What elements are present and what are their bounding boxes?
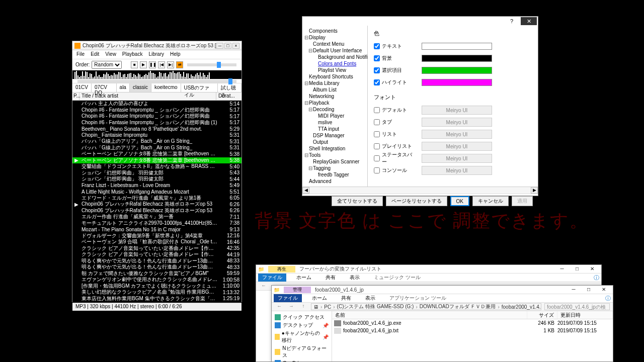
tree-item[interactable]: ⊟Media Library: [302, 80, 367, 86]
font-checkbox-label[interactable]: コンソール: [374, 167, 417, 174]
tab-4[interactable]: koeitecmo: [151, 83, 181, 92]
file-list[interactable]: 名前 サイズ 更新日時 foobar2000_v1.4.6_jp.exe246 …: [332, 311, 613, 361]
breadcrumb[interactable]: 🖥›PC›(C)システム 特殊 GAME-SSD (G:)›DOWNLOADフォ…: [311, 303, 541, 310]
tab-1[interactable]: 07CV DQ: [92, 83, 117, 92]
maximize-button[interactable]: □: [570, 265, 584, 273]
track-row[interactable]: 朝 カフェで聞きたい優雅なクラシック音楽"ピアノBGM"59:59: [72, 270, 242, 277]
scroll-left-icon[interactable]: ◀: [302, 187, 309, 194]
menu-edit[interactable]: Edit: [91, 51, 99, 58]
help-button[interactable]: ?: [504, 17, 520, 25]
random-button[interactable]: ⇄: [176, 61, 183, 68]
close-button[interactable]: ✕: [585, 265, 599, 273]
expand-icon[interactable]: ⊟: [308, 165, 313, 171]
track-row[interactable]: 交響組曲「ドラゴンクエストII」遥かなる旅路～ BRASS EXCEED TO.…: [72, 163, 242, 170]
help-icon[interactable]: ⓘ: [594, 274, 599, 282]
chevron-right-icon[interactable]: ›: [320, 304, 322, 310]
chevron-right-icon[interactable]: ›: [498, 304, 499, 310]
tree-item[interactable]: freedb Tagger: [302, 171, 367, 178]
ribbon-tab[interactable]: ファイル: [258, 274, 286, 282]
track-row[interactable]: Chopin06 プレハッチRafal Blechacz 英雄ポロネーズop 5…: [72, 208, 242, 214]
chevron-right-icon[interactable]: ›: [416, 304, 417, 310]
color-checkbox[interactable]: [374, 79, 380, 85]
color-checkbox[interactable]: [374, 55, 380, 61]
tree-item[interactable]: TTA input: [302, 126, 367, 132]
track-row[interactable]: エルガー作曲 行進曲「威風堂々」第一番7:11: [72, 214, 242, 220]
maximize-button[interactable]: □: [582, 286, 596, 293]
minimize-button[interactable]: ─: [216, 43, 223, 49]
tree-item[interactable]: Playlist View: [302, 67, 367, 73]
tree-item[interactable]: ⊟Playback: [302, 100, 367, 106]
tree-item[interactable]: Components: [302, 28, 367, 34]
tree-item[interactable]: Advanced: [302, 178, 367, 185]
tree-item[interactable]: ⊟Display: [302, 34, 367, 41]
pref-tree[interactable]: Components⊟DisplayContext Menu⊟Default U…: [302, 26, 368, 187]
file-row[interactable]: foobar2000_v1.4.6_jp.exe246 KB2019/07/09…: [332, 319, 613, 327]
tree-item[interactable]: ⊟Decoding: [302, 106, 367, 113]
nav-pane[interactable]: クイック アクセスデスクトップ📌●キャノンからの移行📌NビディアＧフォースOne…: [272, 311, 332, 361]
font-checkbox[interactable]: [374, 131, 380, 137]
tree-item[interactable]: ReplayGain Scanner: [302, 158, 367, 165]
ribbon-tab[interactable]: 共有: [321, 274, 340, 282]
pref-titlebar[interactable]: ? ✕: [302, 17, 538, 26]
font-checkbox[interactable]: [374, 167, 380, 173]
menu-view[interactable]: View: [105, 51, 116, 58]
ribbon-tab[interactable]: ファイル: [274, 294, 302, 302]
track-row[interactable]: バッハ「G線上のアリア」Bach _Air on G String_5:31: [72, 138, 242, 145]
cancel-button[interactable]: キャンセル: [472, 196, 509, 206]
track-row[interactable]: ▶ベートーベン ピアノソナタ8番 悲愴第二楽章 [beethoven Piano…: [72, 157, 242, 164]
titlebar[interactable]: 📁 再生 フーバーからの変換ファイル-リスト ─ □ ✕: [256, 265, 601, 274]
color-checkbox-label[interactable]: テキスト: [374, 43, 417, 50]
nav-item[interactable]: OneDrive: [274, 359, 330, 362]
tree-item[interactable]: ⊟Default User Interface: [302, 47, 367, 54]
track-row[interactable]: ショパン「幻想即興曲」 羽田健太郎5:44: [72, 176, 242, 183]
font-checkbox[interactable]: [374, 119, 380, 125]
ribbon-tab[interactable]: 共有: [337, 294, 355, 302]
h-scrollbar[interactable]: ◀ ▶: [302, 187, 538, 194]
track-row[interactable]: 明るく爽やかで元気が出る！色んな行進曲メドレー13曲【作業用】48:33: [72, 258, 242, 264]
crumb[interactable]: PC: [324, 304, 331, 310]
column-header[interactable]: P... Title / track artist Durat...: [72, 93, 242, 101]
track-row[interactable]: モーチュアルト アニクライネ29970-1000fps_44100Hz(854x…: [72, 220, 242, 227]
titlebar[interactable]: Chopin06 プレハッチRafal Blechacz 英雄ポロネーズop 5…: [72, 41, 242, 50]
track-row[interactable]: クラシック ピアノ音楽知っていたい定番曲メドレー【作業用・勉強用BG...44:…: [72, 251, 242, 258]
play-button[interactable]: ▶: [140, 61, 147, 68]
tree-item[interactable]: ⊟Tagging: [302, 165, 367, 171]
track-row[interactable]: ドヴォルザーク：交響曲第9番「新世界より」第4楽章12:16: [72, 233, 242, 239]
maximize-button[interactable]: □: [224, 43, 231, 49]
ribbon-tab[interactable]: アプリケーション ツール: [385, 294, 450, 302]
track-row[interactable]: 東本店仕入無料作業用BGM 集中できるクラシック音楽「ライフミュージ...1:2…: [72, 296, 242, 302]
nav-item[interactable]: NビディアＧフォース: [274, 344, 330, 359]
font-checkbox[interactable]: [374, 107, 380, 113]
font-checkbox-label[interactable]: タブ: [374, 119, 417, 126]
ok-button[interactable]: OK: [450, 196, 469, 206]
context-tab[interactable]: 管理: [284, 287, 311, 293]
track-row[interactable]: バッハ「G線上のアリア」Bach _Air on G String_5:31: [72, 145, 242, 151]
next-button[interactable]: ▶|: [167, 61, 174, 68]
tab-5[interactable]: USBのファイル: [181, 83, 218, 92]
font-select-button[interactable]: Meiryo UI: [422, 142, 492, 151]
col-duration[interactable]: Durat...: [216, 93, 242, 100]
menu-library[interactable]: Library: [148, 51, 164, 58]
track-row[interactable]: ベートーベン ピアノソナタ8番 悲愴第二楽章 [beethoven Piano.…: [72, 151, 242, 157]
menu-help[interactable]: Help: [170, 51, 181, 58]
track-row[interactable]: Chopin #6 - Fantasie Impromptu _ ショパン／幻想…: [72, 107, 242, 114]
ribbon-tab[interactable]: ミュージック ツール: [370, 274, 425, 282]
tree-item[interactable]: Output: [302, 139, 367, 145]
nav-item[interactable]: クイック アクセス: [274, 313, 330, 321]
close-button[interactable]: ✕: [521, 17, 537, 25]
expand-icon[interactable]: ⊟: [304, 80, 309, 86]
font-select-button[interactable]: Meiryo UI: [422, 166, 492, 175]
col-title[interactable]: Title / track artist: [79, 93, 216, 100]
col-name[interactable]: 名前: [332, 311, 527, 319]
font-checkbox[interactable]: [374, 155, 380, 161]
expand-icon[interactable]: ⊟: [304, 152, 309, 158]
expand-icon[interactable]: ⊟: [304, 35, 309, 40]
context-tab[interactable]: 再生: [268, 266, 295, 273]
track-row[interactable]: Beethoven_ Piano Sonata no 8 'Pathetique…: [72, 126, 242, 132]
color-checkbox-label[interactable]: 背景: [374, 55, 417, 62]
color-checkbox-label[interactable]: ハイライト: [374, 79, 417, 86]
ribbon-tab[interactable]: ホーム: [308, 294, 331, 302]
tree-item[interactable]: Networking: [302, 93, 367, 100]
track-row[interactable]: 明るく爽やかで元気が出る！色んな行進曲メドレー13曲【作業用】48:33: [72, 264, 242, 270]
track-row[interactable]: ショパン「幻想即興曲」 羽田健太郎5:43: [72, 170, 242, 176]
